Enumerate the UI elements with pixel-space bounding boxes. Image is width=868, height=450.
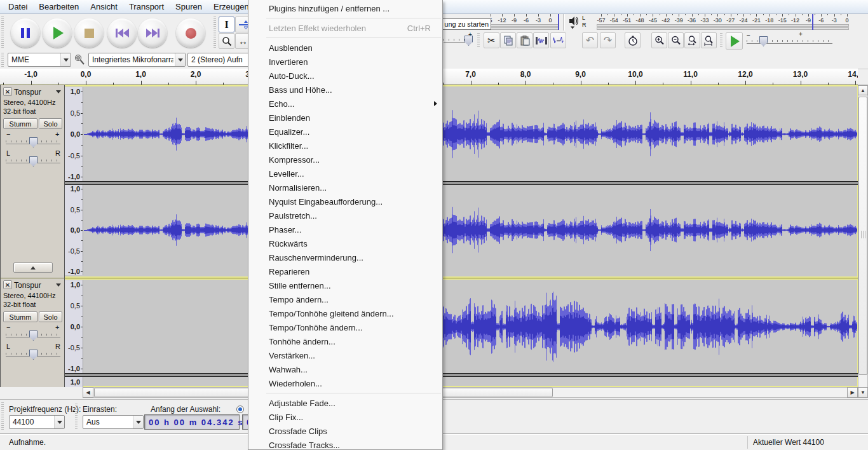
menu-item-normalisieren-[interactable]: Normalisieren... xyxy=(248,181,442,194)
waveform-track2[interactable] xyxy=(83,377,857,387)
menu-item-clip-fix-[interactable]: Clip Fix... xyxy=(248,410,442,424)
transport-record-button[interactable] xyxy=(176,18,205,48)
playback-meter[interactable]: L R -57-54-51-48-45-42-39-36-33-30-27-24… xyxy=(564,14,852,31)
menu-item-tonh-he-ndern-[interactable]: Tonhöhe ändern... xyxy=(248,334,442,348)
menu-item-nyquist-eingabeaufforderung-[interactable]: Nyquist Eingabeaufforderung... xyxy=(248,194,442,208)
menu-item-label: Stille entfernen... xyxy=(269,281,331,290)
menu-item-r-ckw-rts[interactable]: Rückwärts xyxy=(248,236,442,250)
menu-item-paulstretch-[interactable]: Paulstretch... xyxy=(248,208,442,222)
menu-item-adjustable-fade-[interactable]: Adjustable Fade... xyxy=(248,396,442,410)
menubar-item-datei[interactable]: Datei xyxy=(3,1,33,13)
menubar-item-spuren[interactable]: Spuren xyxy=(170,1,208,13)
menu-item-wahwah-[interactable]: Wahwah... xyxy=(248,362,442,376)
menu-item-ausblenden[interactable]: Ausblenden xyxy=(248,41,442,55)
menu-item-rauschenverminderung-[interactable]: Rauschenverminderung... xyxy=(248,250,442,264)
menu-item-label: Plugins hinzufügen / entfernen ... xyxy=(269,4,390,13)
selection-tool-button[interactable]: I xyxy=(219,17,234,32)
menubar-item-bearbeiten[interactable]: Bearbeiten xyxy=(33,1,85,13)
trim-audio-button[interactable] xyxy=(533,32,549,48)
play-at-speed-button[interactable] xyxy=(726,32,743,50)
speed-slider-thumb[interactable] xyxy=(759,36,768,46)
selection-radio[interactable] xyxy=(236,406,244,413)
menu-item-letzten-effekt-wiederholen[interactable]: Letzten Effekt wiederholenCtrl+R xyxy=(248,21,442,35)
menu-item-crossfade-clips[interactable]: Crossfade Clips xyxy=(248,424,442,438)
silence-audio-button[interactable] xyxy=(550,32,566,48)
menu-item-leveller-[interactable]: Leveller... xyxy=(248,167,442,181)
menu-item-crossfade-tracks-[interactable]: Crossfade Tracks... xyxy=(248,438,442,450)
selection-toolbar-grip[interactable] xyxy=(1,402,4,430)
track-mute-button[interactable]: Stumm xyxy=(3,311,37,322)
menu-item-tempo-tonh-he-gleitend-ndern-[interactable]: Tempo/Tonhöhe gleitend ändern... xyxy=(248,306,442,320)
menu-item-kompressor-[interactable]: Kompressor... xyxy=(248,153,442,167)
transport-skip-to-end-button[interactable] xyxy=(138,18,167,48)
gain-slider-thumb[interactable] xyxy=(29,331,37,341)
track-title-combo[interactable]: Tonspur xyxy=(14,87,63,97)
v-scroll-down-button[interactable]: ▼ xyxy=(858,387,868,398)
undo-button[interactable]: ↶ xyxy=(582,32,598,48)
menu-item-einblenden[interactable]: Einblenden xyxy=(248,111,442,125)
waveform-track2[interactable] xyxy=(83,280,857,373)
menu-item-equalizer-[interactable]: Equalizer... xyxy=(248,125,442,139)
redo-button[interactable]: ↷ xyxy=(600,32,616,48)
fit-project-button[interactable] xyxy=(701,32,717,48)
menu-item-stille-entfernen-[interactable]: Stille entfernen... xyxy=(248,278,442,292)
menu-item-echo-[interactable]: Echo... xyxy=(248,97,442,111)
menubar-item-transport[interactable]: Transport xyxy=(123,1,170,13)
fit-selection-button[interactable] xyxy=(684,32,700,48)
track-solo-button[interactable]: Solo xyxy=(39,311,62,322)
menu-item-auto-duck-[interactable]: Auto-Duck... xyxy=(248,69,442,83)
h-scroll-left-button[interactable]: ◀ xyxy=(83,387,93,398)
h-scroll-right-button[interactable]: ▶ xyxy=(847,387,858,398)
waveform-track1[interactable] xyxy=(83,185,857,275)
snap-combo[interactable]: Aus xyxy=(83,415,144,429)
meter-dropdown-arrow[interactable] xyxy=(571,27,574,29)
input-slider-thumb[interactable] xyxy=(465,36,473,46)
copy-button[interactable] xyxy=(500,32,516,48)
speed-slider-track[interactable] xyxy=(747,43,832,44)
gain-slider-thumb[interactable] xyxy=(29,137,37,147)
menu-item-plugins-hinzuf-gen-entfernen-[interactable]: Plugins hinzufügen / entfernen ... xyxy=(248,1,442,15)
clock-button[interactable] xyxy=(625,32,641,48)
menu-item-reparieren[interactable]: Reparieren xyxy=(248,264,442,278)
track-solo-button[interactable]: Solo xyxy=(39,118,62,129)
menu-item-verst-rken-[interactable]: Verstärken... xyxy=(248,348,442,362)
transport-play-button[interactable] xyxy=(43,18,72,48)
track-title-combo[interactable]: Tonspur xyxy=(14,280,63,290)
v-scroll-up-button[interactable]: ▲ xyxy=(858,85,868,95)
menu-item-invertieren[interactable]: Invertieren xyxy=(248,55,442,69)
transport-pause-button[interactable] xyxy=(11,18,40,48)
zoom-out-button[interactable] xyxy=(668,32,684,48)
transport-stop-button[interactable] xyxy=(74,18,104,48)
track-mute-button[interactable]: Stumm xyxy=(3,118,37,129)
menu-item-tempo-tonh-he-ndern-[interactable]: Tempo/Tonhöhe ändern... xyxy=(248,320,442,334)
tools-toolbar-grip[interactable] xyxy=(214,17,216,48)
transcription-toolbar-grip[interactable] xyxy=(720,33,722,48)
menu-item-klickfilter-[interactable]: Klickfilter... xyxy=(248,139,442,153)
transport-toolbar-grip[interactable] xyxy=(1,17,4,48)
track-close-button[interactable]: ✕ xyxy=(3,280,12,289)
cut-button[interactable]: ✂ xyxy=(484,32,499,48)
track-close-button[interactable]: ✕ xyxy=(3,87,12,96)
device-toolbar-grip[interactable] xyxy=(1,53,4,67)
menu-item-phaser-[interactable]: Phaser... xyxy=(248,222,442,236)
menu-item-wiederholen-[interactable]: Wiederholen... xyxy=(248,376,442,390)
edit-toolbar-grip[interactable] xyxy=(477,33,480,48)
audio-host-combo[interactable]: MME xyxy=(8,53,71,67)
waveform-track1[interactable] xyxy=(83,87,857,181)
pan-slider-thumb[interactable] xyxy=(29,156,37,167)
recording-channels-combo[interactable]: 2 (Stereo) Aufn xyxy=(187,53,251,67)
v-scrollbar-thumb[interactable] xyxy=(858,97,867,375)
menu-item-tempo-ndern-[interactable]: Tempo ändern... xyxy=(248,292,442,306)
pan-slider-thumb[interactable] xyxy=(29,350,37,360)
track-collapse-button[interactable] xyxy=(13,262,53,273)
menubar-item-ansicht[interactable]: Ansicht xyxy=(85,1,123,13)
paste-button[interactable] xyxy=(517,32,532,48)
transport-skip-to-start-button[interactable] xyxy=(107,18,137,48)
zoom-in-button[interactable] xyxy=(651,32,667,48)
recording-device-combo[interactable]: Integriertes Mikrofonarray xyxy=(88,53,186,67)
zoom-tool-button[interactable] xyxy=(219,33,234,49)
menu-item-bass-und-h-he-[interactable]: Bass und Höhe... xyxy=(248,83,442,97)
ruler-time-label: -1,0 xyxy=(24,70,37,79)
project-rate-combo[interactable]: 44100 xyxy=(9,415,65,429)
selection-start-field[interactable]: 00 h 00 m 04.342 s xyxy=(144,414,240,430)
